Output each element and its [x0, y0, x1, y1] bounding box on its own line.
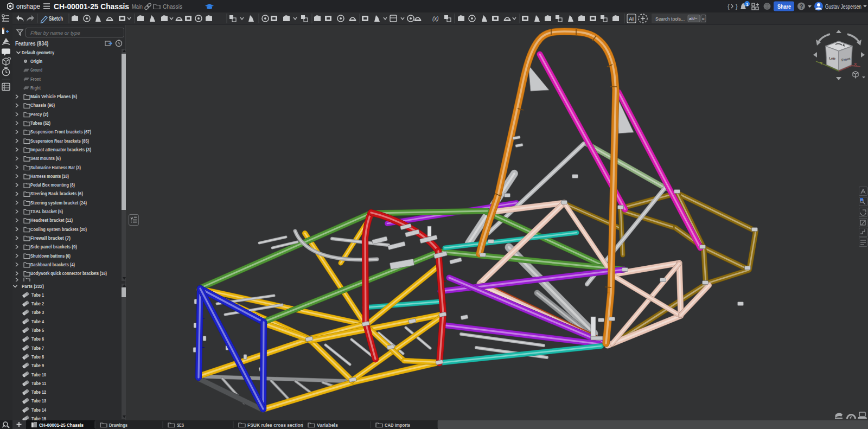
svg-text:Tube 7: Tube 7	[31, 345, 44, 351]
svg-text:Tube 5: Tube 5	[31, 328, 44, 333]
svg-text:TSAL bracket (5): TSAL bracket (5)	[30, 209, 63, 214]
svg-text:Tube 4: Tube 4	[31, 319, 44, 324]
svg-text:CH-00001-25 Chassis: CH-00001-25 Chassis	[39, 422, 84, 428]
svg-text:?: ?	[800, 3, 803, 10]
svg-text:Steering Rack brackets (6): Steering Rack brackets (6)	[30, 191, 83, 196]
svg-text:Submarine Harness Bar (3): Submarine Harness Bar (3)	[30, 165, 81, 170]
svg-text:Suspension Rear brackets (85): Suspension Rear brackets (85)	[30, 138, 89, 144]
svg-text:Search tools...: Search tools...	[655, 16, 685, 22]
svg-text:Default geometry: Default geometry	[22, 50, 54, 55]
svg-text:Tube 3: Tube 3	[31, 310, 44, 315]
svg-text:Shutdown buttons (6): Shutdown buttons (6)	[30, 253, 71, 259]
svg-text:1: 1	[746, 2, 749, 7]
svg-text:SES: SES	[177, 422, 184, 428]
svg-text:Ground: Ground	[30, 67, 42, 73]
svg-text:Tube 11: Tube 11	[31, 381, 46, 386]
svg-text:Harness mounts (18): Harness mounts (18)	[30, 174, 69, 179]
svg-text:Main Vehicle Planes (5): Main Vehicle Planes (5)	[30, 94, 77, 99]
svg-text:Tube 13: Tube 13	[31, 398, 46, 404]
svg-text:Impact attenuator brackets (3): Impact attenuator brackets (3)	[30, 147, 91, 152]
svg-text:onshape: onshape	[16, 3, 40, 10]
svg-text:Y: Y	[820, 61, 823, 66]
svg-text:CH-00001-25 Chassis: CH-00001-25 Chassis	[54, 2, 129, 11]
svg-text:Right: Right	[30, 85, 41, 91]
svg-text:Sketch: Sketch	[49, 15, 63, 22]
svg-text:Drawings: Drawings	[109, 422, 127, 428]
svg-text:Tube 15: Tube 15	[31, 416, 46, 420]
svg-text:Parts (222): Parts (222)	[22, 284, 44, 289]
svg-text:alt/~: alt/~	[689, 16, 698, 21]
svg-text:Tube 1: Tube 1	[31, 292, 44, 298]
svg-text:{: {	[727, 3, 730, 10]
svg-text:Chassis (96): Chassis (96)	[30, 103, 55, 108]
svg-text:Tube 12: Tube 12	[31, 389, 46, 395]
svg-text:FSUK rules cross section: FSUK rules cross section	[247, 422, 303, 428]
svg-text:Dashboard brackets (4): Dashboard brackets (4)	[30, 262, 75, 267]
svg-text:Cooling system brackets (20): Cooling system brackets (20)	[30, 227, 87, 232]
svg-text:Pedal Box mounting (8): Pedal Box mounting (8)	[30, 182, 75, 188]
svg-text:Chassis: Chassis	[163, 3, 182, 10]
svg-text:(x): (x)	[432, 16, 439, 22]
svg-text:Front: Front	[30, 76, 41, 82]
svg-text:c: c	[703, 16, 705, 21]
svg-text:CAD Imports: CAD Imports	[385, 422, 410, 428]
svg-text:Tube 2: Tube 2	[31, 301, 44, 306]
svg-text:Tubes (52): Tubes (52)	[30, 120, 50, 126]
svg-text:Tube 14: Tube 14	[31, 407, 46, 413]
svg-text:Headrest bracket (11): Headrest bracket (11)	[30, 217, 73, 223]
svg-text:Origin: Origin	[30, 59, 42, 64]
svg-text:Main: Main	[132, 3, 143, 10]
svg-text:Tube 6: Tube 6	[31, 336, 44, 342]
svg-text:Tube 8: Tube 8	[31, 354, 44, 360]
svg-text:Steering system bracket (24): Steering system bracket (24)	[30, 200, 87, 206]
svg-text:Bodywork quick connector brack: Bodywork quick connector brackets (16)	[30, 271, 107, 276]
svg-text:}: }	[736, 3, 738, 10]
svg-text:Seat mounts (6): Seat mounts (6)	[30, 156, 61, 161]
svg-text:Tube 9: Tube 9	[31, 363, 44, 368]
svg-text:Share: Share	[777, 3, 791, 10]
svg-text:X: X	[854, 62, 857, 67]
svg-text:Side panel brackets (9): Side panel brackets (9)	[30, 244, 77, 249]
svg-text:Percy (2): Percy (2)	[30, 112, 48, 117]
svg-text:Variabels: Variabels	[317, 422, 338, 428]
svg-text:Firewall bracket (7): Firewall bracket (7)	[30, 235, 71, 241]
svg-text:Suspension Front brackets (67): Suspension Front brackets (67)	[30, 129, 91, 135]
svg-text:Tube 10: Tube 10	[31, 372, 46, 377]
svg-text:AI: AI	[629, 16, 634, 22]
svg-text:Gustav Jespersen: Gustav Jespersen	[825, 3, 861, 10]
